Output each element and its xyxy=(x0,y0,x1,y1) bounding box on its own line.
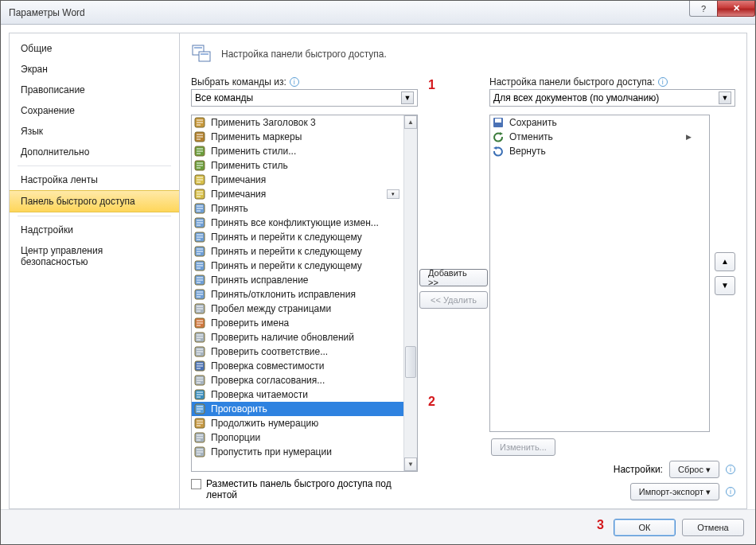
command-icon xyxy=(193,388,206,401)
sidebar-separator xyxy=(18,165,171,166)
dialog-footer: 3 ОК Отмена xyxy=(1,509,755,544)
command-item[interactable]: Проговорить xyxy=(192,402,417,416)
add-button[interactable]: Добавить >> xyxy=(419,269,488,286)
command-icon xyxy=(193,145,206,158)
command-label: Проверка читаемости xyxy=(211,389,308,400)
command-item[interactable]: Примечания▾ xyxy=(192,187,417,201)
command-item[interactable]: Проверить наличие обновлений xyxy=(192,330,417,345)
scroll-thumb[interactable] xyxy=(405,346,416,378)
command-item[interactable]: Принять и перейти к следующему xyxy=(192,244,417,259)
commands-from-dropdown[interactable]: Все команды ▼ xyxy=(191,89,418,107)
remove-button[interactable]: << Удалить xyxy=(419,291,488,309)
reset-button[interactable]: Сброс ▾ xyxy=(669,461,719,478)
sidebar-item-trustcenter[interactable]: Центр управления безопасностью xyxy=(10,240,179,272)
qat-item[interactable]: Сохранить xyxy=(490,115,709,130)
right-column: Настройка панели быстрого доступа: i Для… xyxy=(489,76,735,500)
below-ribbon-label: Разместить панель быстрого доступа под л… xyxy=(206,478,397,500)
columns: Выбрать команды из: i Все команды ▼ 1 Пр… xyxy=(191,76,735,500)
qat-item[interactable]: Отменить▶ xyxy=(490,130,709,144)
ok-button[interactable]: ОК xyxy=(614,519,676,536)
import-export-button[interactable]: Импорт-экспорт ▾ xyxy=(630,483,719,500)
sidebar-item-proofing[interactable]: Правописание xyxy=(10,80,179,100)
info-icon[interactable]: i xyxy=(658,77,668,87)
command-item[interactable]: Пропустить при нумерации xyxy=(192,445,417,459)
customize-qat-dropdown[interactable]: Для всех документов (по умолчанию) ▼ xyxy=(489,89,735,107)
command-label: Принять исправление xyxy=(211,274,309,286)
command-item[interactable]: Принять/отклонить исправления xyxy=(192,287,417,302)
command-item[interactable]: Проверить имена xyxy=(192,316,417,330)
sidebar-item-qat[interactable]: Панель быстрого доступа xyxy=(10,190,179,212)
command-item[interactable]: Применить стиль xyxy=(192,158,417,173)
command-label: Применить стиль xyxy=(211,160,288,171)
command-item[interactable]: Принять и перейти к следующему xyxy=(192,230,417,244)
info-icon[interactable]: i xyxy=(726,465,735,474)
right-bottom-controls: Изменить... Настройки: Сброс ▾ i Импорт-… xyxy=(489,438,735,500)
command-item[interactable]: Проверка совместимости xyxy=(192,359,417,373)
modify-button[interactable]: Изменить... xyxy=(491,438,555,456)
cancel-button[interactable]: Отмена xyxy=(682,519,744,536)
command-icon xyxy=(193,159,206,172)
command-label: Принять все конфликтующие измен... xyxy=(211,217,379,228)
qat-item[interactable]: Вернуть xyxy=(490,144,709,158)
command-item[interactable]: Примечания xyxy=(192,173,417,187)
command-item[interactable]: Применить Заголовок 3 xyxy=(192,115,417,130)
close-button[interactable]: ✕ xyxy=(717,1,755,17)
command-label: Проверить имена xyxy=(211,317,289,329)
move-up-button[interactable]: ▲ xyxy=(715,252,735,271)
command-item[interactable]: Принять xyxy=(192,201,417,216)
sidebar-item-language[interactable]: Язык xyxy=(10,121,179,142)
command-label: Пропорции xyxy=(211,432,260,443)
qat-item-label: Вернуть xyxy=(509,146,546,157)
sidebar-item-advanced[interactable]: Дополнительно xyxy=(10,142,179,162)
sidebar-item-display[interactable]: Экран xyxy=(10,59,179,80)
content-pane: Настройка панели быстрого доступа. Выбра… xyxy=(180,33,747,509)
command-icon xyxy=(193,245,206,258)
dialog-body: Общие Экран Правописание Сохранение Язык… xyxy=(1,25,755,509)
help-button[interactable]: ? xyxy=(689,1,718,17)
svg-rect-1 xyxy=(199,52,210,61)
commands-listbox[interactable]: Применить Заголовок 3Применить маркерыПр… xyxy=(191,115,418,472)
qat-item-icon xyxy=(492,116,505,129)
sidebar-separator xyxy=(18,216,171,216)
sidebar-item-general[interactable]: Общие xyxy=(10,38,179,59)
middle-column: Добавить >> << Удалить xyxy=(418,76,489,500)
command-label: Пропустить при нумерации xyxy=(211,446,332,457)
move-down-button[interactable]: ▼ xyxy=(715,276,735,295)
chevron-down-icon: ▼ xyxy=(719,91,731,104)
command-item[interactable]: Пропорции xyxy=(192,430,417,445)
command-item[interactable]: Проверка читаемости xyxy=(192,387,417,402)
command-label: Принять и перейти к следующему xyxy=(211,246,362,257)
below-ribbon-checkbox[interactable] xyxy=(191,479,201,489)
info-icon[interactable]: i xyxy=(726,487,735,496)
scrollbar[interactable]: ▲ ▼ xyxy=(403,115,417,471)
command-item[interactable]: Проверить соответствие... xyxy=(192,345,417,359)
command-label: Принять и перейти к следующему xyxy=(211,260,362,271)
qat-item-icon xyxy=(492,130,505,143)
command-item[interactable]: Принять исправление xyxy=(192,273,417,287)
info-icon[interactable]: i xyxy=(290,77,299,87)
scroll-down-button[interactable]: ▼ xyxy=(404,457,417,471)
command-label: Примечания xyxy=(211,189,266,200)
command-item[interactable]: Применить стили... xyxy=(192,144,417,158)
command-icon xyxy=(193,403,206,415)
titlebar: Параметры Word ? ✕ xyxy=(1,1,755,25)
command-icon xyxy=(193,431,206,444)
command-label: Пробел между страницами xyxy=(211,303,331,314)
commands-from-value: Все команды xyxy=(195,92,253,103)
sidebar-item-ribbon[interactable]: Настройка ленты xyxy=(10,169,179,190)
command-icon xyxy=(193,173,206,186)
qat-item-label: Сохранить xyxy=(509,117,557,128)
settings-label: Настройки: xyxy=(614,464,663,475)
command-item[interactable]: Продолжить нумерацию xyxy=(192,416,417,430)
command-item[interactable]: Применить маркеры xyxy=(192,130,417,144)
command-item[interactable]: Проверка согласования... xyxy=(192,373,417,387)
command-item[interactable]: Принять все конфликтующие измен... xyxy=(192,216,417,230)
command-item[interactable]: Принять и перейти к следующему xyxy=(192,259,417,273)
command-submenu-indicator: ▾ xyxy=(387,189,399,199)
qat-listbox[interactable]: СохранитьОтменить▶Вернуть xyxy=(489,115,710,432)
sidebar-item-save[interactable]: Сохранение xyxy=(10,100,179,121)
scroll-up-button[interactable]: ▲ xyxy=(404,115,417,129)
sidebar-item-addins[interactable]: Надстройки xyxy=(10,220,179,240)
commands-from-label: Выбрать команды из: xyxy=(191,76,286,88)
command-item[interactable]: Пробел между страницами xyxy=(192,302,417,316)
